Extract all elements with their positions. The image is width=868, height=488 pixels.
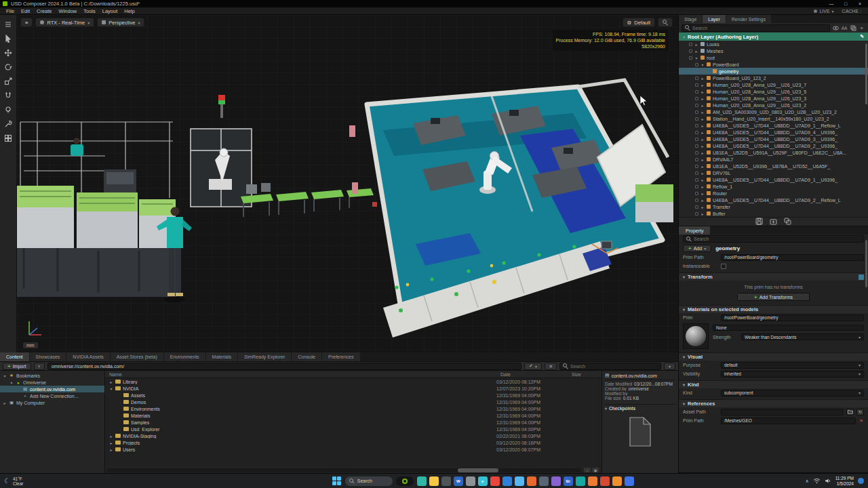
mute-toggle-icon[interactable] — [695, 104, 698, 107]
asset-path-field[interactable] — [721, 409, 844, 415]
edit-target-icon[interactable]: ✎ — [860, 34, 864, 39]
horizontal-scrollbar[interactable] — [106, 468, 581, 472]
column-date[interactable]: Date — [496, 372, 568, 377]
expand-caret-icon[interactable]: ▸ — [701, 198, 705, 203]
scrollbar-thumb[interactable] — [458, 468, 498, 472]
expand-caret-icon[interactable]: ▸ — [701, 211, 705, 216]
expand-caret-icon[interactable]: ▸ — [701, 123, 705, 128]
layer-tree-item[interactable]: ▸ U4E8A__USDE5__U7D44__U88DD__U7AD9_2__U… — [679, 142, 868, 149]
root-layer-row[interactable]: ▾ Root Layer (Authoring Layer) ✎ — [679, 33, 868, 41]
mute-toggle-icon[interactable] — [695, 110, 698, 114]
validate-dropdown[interactable]: ✓ ▾ — [524, 363, 542, 370]
file-row[interactable]: ▸ Projects 03/12/2020 08:16PM — [105, 439, 601, 446]
mute-toggle-icon[interactable] — [689, 43, 692, 46]
column-name[interactable]: Name — [105, 372, 496, 377]
layer-tree-item[interactable]: ▸ U4E8A__USDE5__U7D44__U88DD__U7AD9_1__U… — [679, 176, 868, 183]
move-tool-icon[interactable] — [3, 47, 14, 58]
nav-tree-item[interactable]: ▾ ● Omniverse — [0, 379, 104, 386]
expand-caret-icon[interactable]: ▸ — [701, 130, 705, 135]
taskbar-app-icon[interactable] — [588, 476, 597, 486]
select-tool-icon[interactable] — [3, 33, 14, 43]
checkpoints-header[interactable]: ▾ Checkpoints — [605, 404, 675, 411]
renderer-dropdown[interactable]: RTX - Real-Time ▾ — [35, 18, 94, 27]
mute-toggle-icon[interactable] — [695, 124, 698, 127]
mute-toggle-icon[interactable] — [695, 165, 698, 168]
layer-tree-item[interactable]: ▾ root — [679, 54, 868, 61]
material-name-field[interactable]: None — [713, 325, 864, 331]
view-mode-button[interactable]: ≡ — [545, 363, 557, 370]
layer-tree-item[interactable]: ▸ Human_U20_U28_Anna_U29__U26_U23_7 — [679, 81, 868, 88]
expand-caret-icon[interactable]: ▾ — [694, 56, 698, 60]
layers-icon[interactable] — [850, 24, 856, 31]
expand-caret-icon[interactable]: ▸ — [694, 49, 698, 54]
layer-tree-item[interactable]: ▸ U4E8A__USDE5__U7D44__U88DD__U7AD9_2__R… — [679, 197, 868, 203]
omniverse-app-icon[interactable] — [396, 476, 414, 486]
viewport-menu-button[interactable]: ≡ — [20, 18, 33, 27]
file-row[interactable]: Usd_Explorer 12/31/1969 04:00PM — [105, 426, 601, 432]
visual-section-header[interactable]: ▾ Visual — [679, 352, 868, 361]
layer-tree-item[interactable]: ▸ U81EA__U52D5__U591A__U529F__U80FD__U6E… — [679, 149, 868, 156]
taskbar-app-icon[interactable] — [600, 476, 610, 486]
layer-tree-item[interactable]: ▸ Human_U20_U28_Anna_U29__U26_U23_2 — [679, 102, 868, 108]
instanceable-checkbox[interactable] — [721, 264, 726, 269]
mute-toggle-icon[interactable] — [695, 158, 698, 161]
mute-toggle-icon[interactable] — [695, 171, 698, 175]
nav-tree-item[interactable]: ▸ ▣ My Computer — [0, 399, 104, 406]
browse-file-icon[interactable] — [846, 409, 854, 415]
taskbar-app-icon[interactable] — [539, 476, 549, 486]
panel-tab[interactable]: Render Settings — [726, 15, 771, 23]
expand-caret-icon[interactable]: ▸ — [701, 89, 705, 94]
layer-tree-item[interactable]: ▸ DRVA4L7 — [679, 156, 868, 163]
property-scrollbar[interactable] — [865, 240, 867, 287]
mute-toggle-icon[interactable] — [689, 49, 692, 53]
mute-toggle-icon[interactable] — [695, 178, 698, 182]
expand-caret-icon[interactable]: ▾ — [701, 62, 705, 67]
grid-view-icon[interactable]: ▣ — [592, 468, 599, 472]
wrench-tool-icon[interactable] — [3, 119, 14, 129]
mute-toggle-icon[interactable] — [695, 131, 698, 134]
volume-icon[interactable] — [825, 478, 831, 484]
nav-tree-item[interactable]: + Add New Connection... — [0, 392, 104, 399]
menu-item[interactable]: Help — [121, 8, 138, 14]
maximize-button[interactable]: □ — [840, 1, 851, 7]
expand-caret-icon[interactable]: ▸ — [701, 157, 705, 162]
mute-toggle-icon[interactable] — [695, 63, 698, 66]
options-icon[interactable]: ≡ — [859, 24, 865, 31]
taskbar-app-icon[interactable] — [551, 476, 561, 486]
prim-path-field[interactable]: /root/PowerBoard/geometry — [721, 254, 864, 261]
transform-section-header[interactable]: ▾ Transform — [679, 272, 868, 281]
expand-caret-icon[interactable]: ▸ — [3, 401, 7, 405]
expand-caret-icon[interactable]: ▸ — [701, 110, 705, 115]
content-tab[interactable]: Content — [0, 352, 29, 361]
property-search-input[interactable] — [694, 237, 861, 241]
expand-caret-icon[interactable]: ▸ — [701, 164, 705, 169]
expand-caret-icon[interactable]: ▾ — [109, 386, 113, 391]
menu-item[interactable]: File — [3, 8, 18, 14]
content-search[interactable] — [559, 363, 661, 370]
layer-tree-item[interactable]: ▸ Meshes — [679, 47, 868, 54]
content-tab[interactable]: Showcases — [30, 352, 66, 361]
purpose-dropdown[interactable]: default ▾ — [721, 362, 864, 369]
layer-tree-item[interactable]: ▸ AM_U2D_SA003009_U2D_0803_U2D_U2B__U20_… — [679, 108, 868, 115]
content-tab[interactable]: Asset Stores (beta) — [111, 352, 163, 361]
expand-caret-icon[interactable]: ▾ — [3, 373, 7, 378]
mute-toggle-icon[interactable] — [695, 138, 698, 141]
back-button[interactable]: ‹ — [34, 363, 45, 370]
clock[interactable]: 11:29 PM 1/5/2024 — [835, 476, 854, 486]
layer-tree-item[interactable]: ▸ U4E8A__USDE5__U7D44__U88DD__U7AD9_3__U… — [679, 136, 868, 142]
keyframe-icon[interactable] — [859, 274, 864, 280]
minimize-button[interactable]: — — [826, 1, 837, 7]
taskbar-app-icon[interactable] — [612, 476, 622, 486]
layer-tree-item[interactable]: ▸ Human_U20_U28_Anna_U29__U26_U23_3 — [679, 95, 868, 102]
expand-caret-icon[interactable]: ▸ — [701, 171, 705, 176]
content-tab[interactable]: Materials — [206, 352, 237, 361]
content-tab[interactable]: Environments — [164, 352, 205, 361]
taskbar-app-icon[interactable]: e — [478, 476, 488, 486]
expand-caret-icon[interactable]: ▸ — [701, 137, 705, 142]
hidden-icons-chevron-icon[interactable]: ∧ — [806, 479, 809, 484]
refresh-icon[interactable]: ↻ — [856, 409, 864, 415]
references-section-header[interactable]: ▾ References — [679, 399, 868, 407]
mute-toggle-icon[interactable] — [695, 97, 698, 100]
taskbar-app-icon[interactable] — [527, 476, 536, 486]
layer-tree-item[interactable]: ▸ Looks — [679, 41, 868, 47]
